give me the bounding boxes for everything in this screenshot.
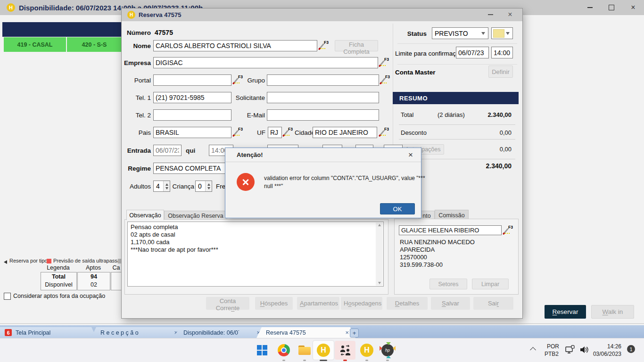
f3-lookup-icon[interactable]: F3 — [234, 128, 244, 136]
language-indicator[interactable]: POR — [547, 343, 559, 350]
hospedes-button[interactable]: Hóspedes — [255, 297, 293, 310]
limite-date-input[interactable] — [456, 47, 489, 58]
legend-header: Ca — [111, 264, 122, 271]
comissao-cep: 12570000 — [400, 254, 427, 261]
f3-lookup-icon[interactable]: F3 — [380, 58, 390, 66]
user-switch-taskbar-icon[interactable] — [335, 341, 355, 360]
room-block-420[interactable]: 420 - S-S — [67, 37, 122, 52]
status-dropdown[interactable]: PREVISTO — [432, 27, 488, 39]
room-block-419[interactable]: 419 - CASAL — [4, 37, 66, 52]
setores-button[interactable]: Setores — [429, 279, 467, 289]
crianca-stepper[interactable]: 0 — [195, 181, 212, 192]
cidade-label: Cidade — [295, 129, 311, 136]
nome-input[interactable] — [153, 40, 317, 51]
reservar-button[interactable]: Reservar — [545, 305, 586, 319]
salvar-button[interactable]: Salvar — [431, 297, 470, 310]
hp-app-taskbar-icon[interactable]: hp — [378, 341, 397, 360]
close-icon[interactable]: × — [406, 150, 415, 160]
dialog-titlebar: Atenção! × — [225, 148, 421, 162]
hospedagens-button[interactable]: Hospedagens — [341, 297, 382, 310]
active-indicator — [320, 360, 327, 361]
session-tab-bar: 6 Tela Principal R e c e p ç ã o × Dispo… — [0, 325, 644, 338]
detalhes-button[interactable]: Detalhes — [387, 297, 428, 310]
reserva-window-title: Reserva 47575 — [139, 11, 181, 18]
resumo-title: RESUMO — [399, 95, 428, 102]
status-color-swatch — [493, 29, 504, 38]
notification-count-badge[interactable]: 1 — [627, 345, 635, 353]
minimize-icon[interactable] — [484, 10, 497, 19]
adultos-stepper[interactable]: 4 — [153, 181, 170, 192]
comissao-nome-input[interactable] — [399, 225, 502, 235]
comissao-cpf: 319.599.738-00 — [400, 261, 443, 268]
conta-corrente-button[interactable]: Conta Corrente — [206, 297, 249, 310]
minimize-icon[interactable] — [579, 1, 601, 14]
limpar-button[interactable]: Limpar — [472, 279, 509, 289]
clock-date[interactable]: 03/06/2023 — [585, 351, 621, 357]
regime-input[interactable] — [153, 163, 229, 174]
file-explorer-taskbar-icon[interactable] — [295, 341, 314, 360]
keyboard-layout-indicator[interactable]: PTB2 — [545, 351, 559, 357]
ficha-completa-button[interactable]: Ficha Completa — [335, 40, 378, 51]
tab-label: Observação Reserva — [168, 213, 223, 219]
uf-input[interactable] — [268, 127, 282, 138]
walkin-button[interactable]: Walk in — [591, 305, 634, 319]
maximize-icon[interactable] — [601, 1, 622, 14]
status-color-dropdown[interactable] — [491, 27, 513, 39]
resumo-desconto-value: 0,00 — [464, 129, 512, 136]
network-icon[interactable] — [565, 345, 575, 357]
apartamentos-button[interactable]: Apartamentos — [297, 297, 339, 310]
resumo-total-label: Total — [401, 111, 413, 118]
resumo-desconto-label: Desconto — [401, 129, 427, 136]
dialog-message: validation error for column "CONTA"."CTA… — [264, 174, 428, 190]
tel1-input[interactable] — [153, 92, 231, 103]
tel2-input[interactable] — [153, 109, 231, 121]
windows-logo-icon — [257, 345, 267, 355]
limite-time-input[interactable] — [491, 47, 513, 58]
tray-expand-chevron[interactable] — [531, 348, 535, 352]
start-button[interactable] — [253, 341, 272, 360]
tel1-label: Tel. 1 — [125, 94, 151, 101]
email-input[interactable] — [267, 109, 379, 121]
scrollbar[interactable] — [376, 222, 383, 286]
resumo-header: RESUMO — [393, 92, 519, 104]
tab-label: Comissão — [438, 212, 465, 219]
close-icon[interactable]: × — [345, 329, 349, 336]
cidade-input[interactable] — [313, 127, 377, 138]
chrome-taskbar-icon[interactable] — [274, 341, 293, 360]
new-tab-button[interactable]: + — [350, 329, 359, 337]
numero-value: 47575 — [155, 29, 173, 36]
observacao-textarea[interactable]: Pensao completa 02 apts de casal 1,170,0… — [127, 222, 384, 287]
hotel-app-icon: H — [317, 344, 330, 357]
tab-observacao[interactable]: Observação — [126, 210, 164, 220]
tab-recepcao[interactable]: R e c e p ç ã o × — [91, 327, 184, 338]
f3-lookup-icon[interactable]: F3 — [320, 41, 330, 49]
f3-lookup-icon[interactable]: F3 — [284, 128, 294, 136]
close-icon[interactable]: × — [622, 1, 644, 14]
tab-reserva-47575[interactable]: Reserva 47575 × — [256, 327, 355, 338]
entrada-date-input[interactable] — [153, 145, 182, 156]
sair-button[interactable]: Sair — [473, 297, 513, 310]
empresa-input[interactable] — [153, 57, 378, 68]
pais-input[interactable] — [153, 127, 231, 138]
nome-label: Nome — [125, 42, 151, 49]
solicitante-input[interactable] — [267, 92, 379, 103]
grupo-label: Grupo — [239, 77, 265, 84]
hotel-app-taskbar-icon-active[interactable]: H — [313, 341, 334, 360]
tab-disponibilidade[interactable]: Disponibilidade: 06/07/20 × — [174, 327, 267, 338]
f3-lookup-icon[interactable]: F3 — [504, 226, 514, 234]
error-icon — [237, 173, 255, 191]
close-icon[interactable]: × — [504, 10, 517, 19]
f3-lookup-icon[interactable]: F3 — [381, 75, 391, 84]
considerar-aptos-checkbox[interactable] — [4, 293, 11, 300]
tab-observacao-reserva[interactable]: Observação Reserva — [164, 211, 227, 220]
ok-button[interactable]: OK — [380, 203, 415, 214]
clock-time[interactable]: 14:26 — [593, 343, 621, 350]
portal-input[interactable] — [153, 74, 231, 86]
hotel-app2-taskbar-icon[interactable]: H — [357, 341, 376, 360]
tab-tela-principal[interactable]: 6 Tela Principal — [0, 327, 97, 338]
app-logo-icon: H — [7, 3, 15, 12]
grupo-input[interactable] — [267, 74, 379, 86]
f3-lookup-icon[interactable]: F3 — [380, 128, 390, 136]
tab-label: Disponibilidade: 06/07/20 — [183, 329, 239, 336]
definir-button[interactable]: Definir — [488, 66, 513, 78]
